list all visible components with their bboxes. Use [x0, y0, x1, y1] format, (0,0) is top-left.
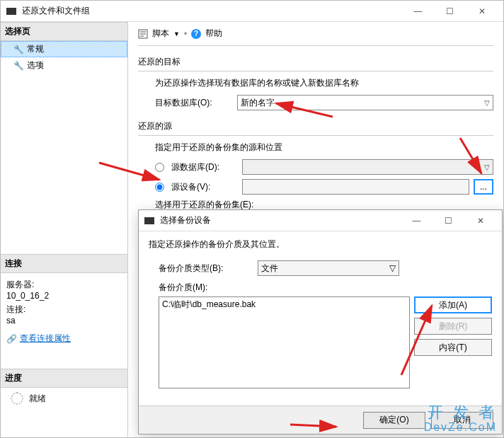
modal-maximize-button[interactable]: ☐	[433, 210, 464, 231]
window-controls: — ☐ ✕	[402, 1, 498, 21]
script-icon	[138, 29, 148, 39]
media-label: 备份介质(M):	[159, 282, 492, 294]
modal-title: 选择备份设备	[160, 214, 401, 226]
close-button[interactable]: ✕	[466, 1, 498, 21]
browse-device-button[interactable]: ...	[474, 179, 493, 195]
sidebar-item-general[interactable]: 🔧 常规	[1, 41, 127, 57]
source-device-radio[interactable]	[155, 183, 164, 192]
media-list[interactable]: C:\临时\db_measure.bak	[159, 296, 410, 388]
wrench-icon: 🔧	[13, 61, 24, 71]
sidebar-select-header: 选择页	[1, 22, 127, 41]
dialog-icon	[144, 217, 154, 224]
main-titlebar[interactable]: 还原文件和文件组 — ☐ ✕	[1, 1, 503, 22]
script-dropdown[interactable]: ▼	[173, 30, 180, 38]
minimize-button[interactable]: —	[402, 1, 434, 21]
select-backup-device-dialog: 选择备份设备 — ☐ ✕ 指定还原操作的备份介质及其位置。 备份介质类型(B):…	[138, 209, 503, 434]
target-db-combo[interactable]: 新的名字 ▽	[237, 95, 493, 110]
help-icon: ?	[191, 29, 201, 39]
connection-value: sa	[6, 316, 122, 325]
source-group-title: 还原的源	[138, 120, 493, 132]
target-db-value: 新的名字	[241, 97, 275, 109]
wrench-icon: 🔧	[13, 45, 24, 54]
sidebar-item-label: 常规	[27, 43, 44, 55]
maximize-button[interactable]: ☐	[434, 1, 466, 21]
contents-button[interactable]: 内容(T)	[414, 339, 492, 356]
dest-desc: 为还原操作选择现有数据库的名称或键入新数据库名称	[155, 77, 493, 89]
server-value: 10_0_16_2	[6, 291, 122, 301]
script-button[interactable]: 脚本	[152, 28, 169, 40]
sidebar-conn-header: 连接	[1, 254, 127, 273]
connection-label: 连接:	[6, 304, 122, 316]
sidebar: 选择页 🔧 常规 🔧 选项 连接 服务器: 10_0_16_2 连接: sa 🔗…	[1, 22, 128, 437]
connection-panel: 服务器: 10_0_16_2 连接: sa 🔗 查看连接属性	[1, 273, 127, 347]
media-type-combo[interactable]: 文件 ▽	[258, 260, 399, 276]
source-db-label: 源数据库(D):	[171, 161, 238, 173]
media-list-item[interactable]: C:\临时\db_measure.bak	[162, 299, 406, 311]
sidebar-item-options[interactable]: 🔧 选项	[1, 57, 127, 74]
view-conn-props-link[interactable]: 查看连接属性	[20, 333, 71, 345]
cancel-button[interactable]: 取消	[431, 412, 493, 429]
source-device-label: 源设备(V):	[171, 181, 238, 193]
source-desc: 指定用于还原的备份集的源和位置	[155, 142, 493, 154]
add-button[interactable]: 添加(A)	[414, 296, 492, 313]
progress-row: 就绪	[1, 388, 127, 409]
conn-props-icon: 🔗	[6, 334, 17, 344]
media-type-label: 备份介质类型(B):	[159, 263, 258, 275]
sidebar-progress-header: 进度	[1, 369, 127, 388]
source-db-combo: ▽	[242, 159, 493, 175]
sidebar-item-label: 选项	[27, 59, 44, 71]
ok-button[interactable]: 确定(O)	[363, 412, 425, 429]
modal-footer: 确定(O) 取消	[139, 405, 502, 434]
ellipsis-icon: ...	[480, 182, 487, 192]
target-db-label: 目标数据库(O):	[155, 97, 233, 109]
source-device-text	[242, 179, 469, 195]
modal-desc: 指定还原操作的备份介质及其位置。	[149, 238, 492, 250]
remove-button: 删除(R)	[414, 318, 492, 335]
toolbar: 脚本 ▼ • ? 帮助	[138, 28, 493, 44]
dest-group-title: 还原的目标	[138, 56, 493, 68]
modal-close-button[interactable]: ✕	[464, 210, 496, 231]
spinner-icon	[11, 392, 23, 405]
server-label: 服务器:	[6, 279, 122, 291]
help-button[interactable]: 帮助	[205, 28, 222, 40]
app-icon	[6, 8, 16, 15]
media-type-value: 文件	[261, 263, 278, 275]
main-title: 还原文件和文件组	[22, 5, 402, 17]
chevron-down-icon: ▽	[389, 263, 396, 273]
chevron-down-icon: ▽	[484, 99, 490, 107]
separator: •	[184, 29, 187, 39]
modal-minimize-button[interactable]: —	[401, 210, 433, 231]
source-db-radio[interactable]	[155, 163, 164, 172]
chevron-down-icon: ▽	[484, 163, 490, 171]
progress-status: 就绪	[29, 393, 46, 405]
modal-titlebar[interactable]: 选择备份设备 — ☐ ✕	[139, 210, 502, 231]
